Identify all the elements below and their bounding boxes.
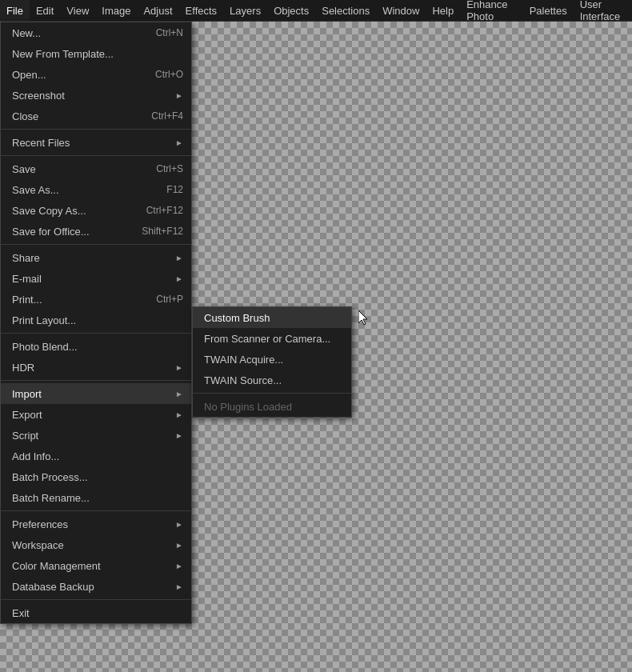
submenu-item-custom-brush[interactable]: Custom Brush	[193, 307, 351, 328]
menu-item-save-for-office[interactable]: Save for Office... Shift+F12	[1, 221, 191, 242]
menu-help[interactable]: Help	[426, 0, 460, 21]
menu-item-print[interactable]: Print... Ctrl+P	[1, 289, 191, 310]
separator-2	[1, 155, 191, 156]
submenu-item-twain-source[interactable]: TWAIN Source...	[193, 370, 351, 390]
menu-item-add-info[interactable]: Add Info...	[1, 446, 191, 466]
submenu-item-no-plugins: No Plugins Loaded	[193, 396, 351, 417]
file-menu-dropdown: New... Ctrl+N New From Template... Open.…	[0, 22, 192, 624]
menu-item-screenshot[interactable]: Screenshot ►	[1, 85, 191, 106]
separator-7	[1, 599, 191, 600]
import-submenu: Custom Brush From Scanner or Camera... T…	[192, 306, 352, 418]
menu-item-save-as[interactable]: Save As... F12	[1, 179, 191, 200]
menu-layers[interactable]: Layers	[223, 0, 267, 21]
separator-4	[1, 333, 191, 334]
menu-item-database-backup[interactable]: Database Backup ►	[1, 576, 191, 597]
menu-item-preferences[interactable]: Preferences ►	[1, 514, 191, 534]
menu-user-interface[interactable]: User Interface	[574, 0, 632, 21]
separator-3	[1, 244, 191, 245]
menu-item-hdr[interactable]: HDR ►	[1, 357, 191, 378]
menu-selections[interactable]: Selections	[315, 0, 376, 21]
menu-adjust[interactable]: Adjust	[137, 0, 178, 21]
menu-item-workspace[interactable]: Workspace ►	[1, 534, 191, 555]
menu-item-share[interactable]: Share ►	[1, 247, 191, 268]
menu-objects[interactable]: Objects	[267, 0, 315, 21]
menubar: File Edit View Image Adjust Effects Laye…	[0, 0, 632, 22]
menu-item-color-management[interactable]: Color Management ►	[1, 555, 191, 576]
submenu-item-from-scanner[interactable]: From Scanner or Camera...	[193, 328, 351, 349]
menu-palettes[interactable]: Palettes	[523, 0, 574, 21]
submenu-item-twain-acquire[interactable]: TWAIN Acquire...	[193, 349, 351, 370]
menu-view[interactable]: View	[60, 0, 95, 21]
menu-item-import[interactable]: Import ►	[1, 383, 191, 404]
separator-6	[1, 510, 191, 511]
menu-item-exit[interactable]: Exit	[1, 602, 191, 623]
menu-item-new-from-template[interactable]: New From Template...	[1, 43, 191, 64]
separator-1	[1, 129, 191, 130]
menu-item-batch-rename[interactable]: Batch Rename...	[1, 487, 191, 508]
menu-image[interactable]: Image	[95, 0, 137, 21]
menu-item-open[interactable]: Open... Ctrl+O	[1, 64, 191, 85]
menu-item-save[interactable]: Save Ctrl+S	[1, 158, 191, 179]
menu-item-script[interactable]: Script ►	[1, 425, 191, 446]
menu-item-print-layout[interactable]: Print Layout...	[1, 310, 191, 330]
menu-edit[interactable]: Edit	[30, 0, 60, 21]
menu-item-photo-blend[interactable]: Photo Blend...	[1, 336, 191, 357]
menu-item-save-copy-as[interactable]: Save Copy As... Ctrl+F12	[1, 200, 191, 221]
separator-5	[1, 380, 191, 381]
menu-item-batch-process[interactable]: Batch Process...	[1, 466, 191, 487]
menu-item-recent-files[interactable]: Recent Files ►	[1, 132, 191, 153]
menu-window[interactable]: Window	[376, 0, 426, 21]
menu-item-new[interactable]: New... Ctrl+N	[1, 22, 191, 43]
menu-effects[interactable]: Effects	[179, 0, 224, 21]
menu-item-email[interactable]: E-mail ►	[1, 268, 191, 289]
menu-file[interactable]: File	[0, 0, 30, 21]
menu-item-close[interactable]: Close Ctrl+F4	[1, 106, 191, 126]
submenu-separator-1	[193, 393, 351, 394]
menu-enhance-photo[interactable]: Enhance Photo	[460, 0, 522, 21]
menu-item-export[interactable]: Export ►	[1, 404, 191, 425]
